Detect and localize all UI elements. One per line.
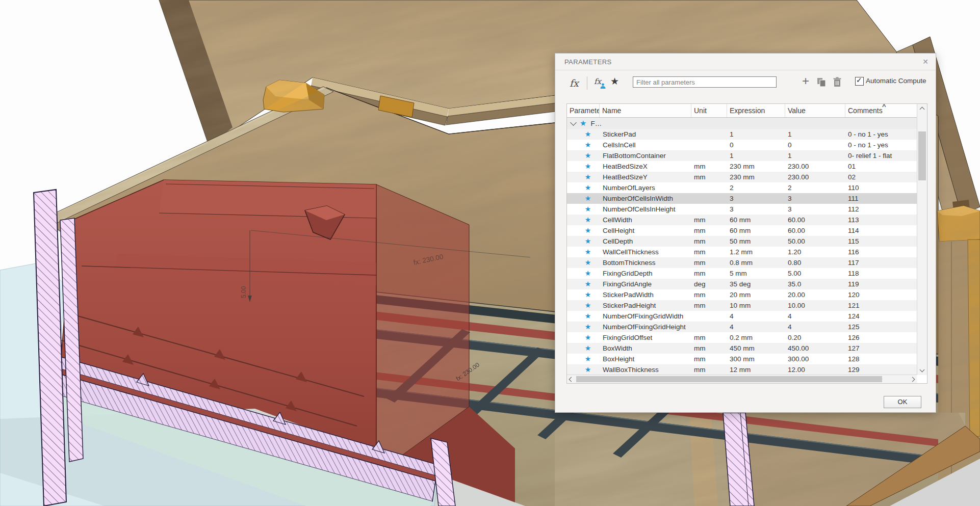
row-comment[interactable]: 124 — [845, 311, 916, 322]
row-expression[interactable]: 0.8 mm — [727, 257, 785, 268]
row-expression[interactable]: 5 mm — [727, 268, 785, 279]
vertical-scroll-thumb[interactable] — [918, 131, 926, 180]
collapse-chevron-icon[interactable] — [570, 119, 577, 126]
row-star-icon[interactable]: ★ — [567, 161, 600, 172]
table-row[interactable]: ★ HeatBedSizeY mm 230 mm 230.00 02 — [567, 172, 917, 182]
table-row[interactable]: ★ NumberOfLayers 2 2 110 — [567, 182, 917, 193]
scroll-down-icon[interactable] — [920, 367, 925, 372]
row-comment[interactable]: 117 — [845, 257, 916, 268]
filter-input[interactable] — [633, 76, 777, 88]
row-star-icon[interactable]: ★ — [567, 268, 600, 279]
table-row[interactable]: ★ NumberOfFixingGridHeight 4 4 125 — [567, 322, 917, 332]
row-star-icon[interactable]: ★ — [567, 204, 600, 215]
row-comment[interactable]: 129 — [845, 364, 916, 375]
row-expression[interactable]: 4 — [727, 311, 785, 322]
column-header-comments[interactable]: Comments ^ — [845, 104, 916, 117]
user-parameters-icon[interactable]: fx — [594, 77, 601, 86]
row-comment[interactable]: 120 — [845, 289, 916, 300]
table-row[interactable]: ★ NumberOfFixingGridWidth 4 4 124 — [567, 311, 917, 322]
close-icon[interactable]: ✕ — [920, 57, 931, 67]
add-parameter-icon[interactable]: + — [802, 74, 809, 88]
table-row[interactable]: ★ WallBoxThickness mm 12 mm 12.00 129 — [567, 364, 917, 375]
table-row[interactable]: ★ CellDepth mm 50 mm 50.00 115 — [567, 236, 917, 247]
table-row[interactable]: ★ StickerPad 1 1 0 - no 1 - yes — [567, 129, 917, 140]
table-row[interactable]: ★ WallCellThickness mm 1.2 mm 1.20 116 — [567, 247, 917, 257]
row-expression[interactable]: 0.2 mm — [727, 332, 785, 343]
row-expression[interactable]: 1 — [727, 150, 785, 161]
row-star-icon[interactable]: ★ — [567, 300, 600, 311]
row-star-icon[interactable]: ★ — [567, 364, 600, 375]
row-comment[interactable]: 115 — [845, 236, 916, 247]
row-comment[interactable]: 0 - no 1 - yes — [845, 140, 916, 150]
horizontal-scrollbar[interactable] — [567, 375, 917, 383]
row-expression[interactable]: 60 mm — [727, 225, 785, 236]
row-comment[interactable]: 0- relief 1 - flat — [845, 150, 916, 161]
row-expression[interactable]: 35 deg — [727, 279, 785, 289]
column-header-expression[interactable]: Expression — [727, 104, 785, 117]
row-star-icon[interactable]: ★ — [567, 129, 600, 140]
table-row[interactable]: ★ FixingGridOffset mm 0.2 mm 0.20 126 — [567, 332, 917, 343]
row-comment[interactable]: 125 — [845, 322, 916, 332]
row-comment[interactable]: 114 — [845, 225, 916, 236]
table-row[interactable]: ★ FixingGridDepth mm 5 mm 5.00 118 — [567, 268, 917, 279]
row-star-icon[interactable]: ★ — [567, 193, 600, 204]
row-expression[interactable]: 3 — [727, 204, 785, 215]
table-row[interactable]: ★ CellHeight mm 60 mm 60.00 114 — [567, 225, 917, 236]
row-expression[interactable]: 10 mm — [727, 300, 785, 311]
row-expression[interactable]: 230 mm — [727, 172, 785, 182]
row-comment[interactable]: 127 — [845, 343, 916, 354]
row-expression[interactable]: 50 mm — [727, 236, 785, 247]
row-comment[interactable]: 118 — [845, 268, 916, 279]
row-expression[interactable]: 2 — [727, 182, 785, 193]
table-row[interactable]: ★ BoxWidth mm 450 mm 450.00 127 — [567, 343, 917, 354]
row-expression[interactable]: 230 mm — [727, 161, 785, 172]
row-comment[interactable]: 121 — [845, 300, 916, 311]
row-comment[interactable]: 113 — [845, 215, 916, 225]
row-expression[interactable]: 4 — [727, 322, 785, 332]
row-star-icon[interactable]: ★ — [567, 332, 600, 343]
row-star-icon[interactable]: ★ — [567, 225, 600, 236]
table-row[interactable]: ★ HeatBedSizeX mm 230 mm 230.00 01 — [567, 161, 917, 172]
table-row[interactable]: ★ BottomThickness mm 0.8 mm 0.80 117 — [567, 257, 917, 268]
table-row[interactable]: ★ CellsInCell 0 0 0 - no 1 - yes — [567, 140, 917, 150]
row-comment[interactable]: 128 — [845, 354, 916, 364]
table-row[interactable]: ★ StickerPadHeight mm 10 mm 10.00 121 — [567, 300, 917, 311]
row-star-icon[interactable]: ★ — [567, 150, 600, 161]
row-star-icon[interactable]: ★ — [567, 289, 600, 300]
row-expression[interactable]: 12 mm — [727, 364, 785, 375]
row-comment[interactable]: 112 — [845, 204, 916, 215]
row-expression[interactable]: 1 — [727, 129, 785, 140]
copy-parameter-icon[interactable] — [816, 77, 828, 87]
row-star-icon[interactable]: ★ — [567, 322, 600, 332]
row-comment[interactable]: 02 — [845, 172, 916, 182]
row-expression[interactable]: 20 mm — [727, 289, 785, 300]
row-star-icon[interactable]: ★ — [567, 182, 600, 193]
row-star-icon[interactable]: ★ — [567, 236, 600, 247]
row-comment[interactable]: 111 — [845, 193, 916, 204]
scroll-right-icon[interactable] — [910, 377, 915, 382]
delete-parameter-icon[interactable] — [833, 77, 844, 87]
column-header-parameter[interactable]: Paramete — [567, 104, 600, 117]
row-star-icon[interactable]: ★ — [567, 247, 600, 257]
row-star-icon[interactable]: ★ — [567, 257, 600, 268]
model-parameters-icon[interactable]: fx — [570, 77, 579, 89]
horizontal-scroll-thumb[interactable] — [576, 376, 882, 382]
table-row[interactable]: ★ FixingGridAngle deg 35 deg 35.0 119 — [567, 279, 917, 289]
row-star-icon[interactable]: ★ — [567, 279, 600, 289]
row-comment[interactable]: 116 — [845, 247, 916, 257]
row-star-icon[interactable]: ★ — [567, 172, 600, 182]
table-row[interactable]: ★ NumberOfCellsInWidth 3 3 111 — [567, 193, 917, 204]
scroll-left-icon[interactable] — [569, 377, 574, 382]
row-comment[interactable]: 01 — [845, 161, 916, 172]
column-header-name[interactable]: Name — [600, 104, 691, 117]
table-row[interactable]: ★ CellWidth mm 60 mm 60.00 113 — [567, 215, 917, 225]
favorites-group-row[interactable]: ★ F… — [567, 118, 917, 129]
scroll-up-icon[interactable] — [920, 107, 925, 112]
row-star-icon[interactable]: ★ — [567, 354, 600, 364]
row-star-icon[interactable]: ★ — [567, 140, 600, 150]
dialog-titlebar[interactable]: PARAMETERS ✕ — [555, 54, 936, 70]
row-comment[interactable]: 126 — [845, 332, 916, 343]
automatic-compute-checkbox[interactable]: ✓ — [855, 77, 864, 86]
row-expression[interactable]: 1.2 mm — [727, 247, 785, 257]
row-expression[interactable]: 450 mm — [727, 343, 785, 354]
